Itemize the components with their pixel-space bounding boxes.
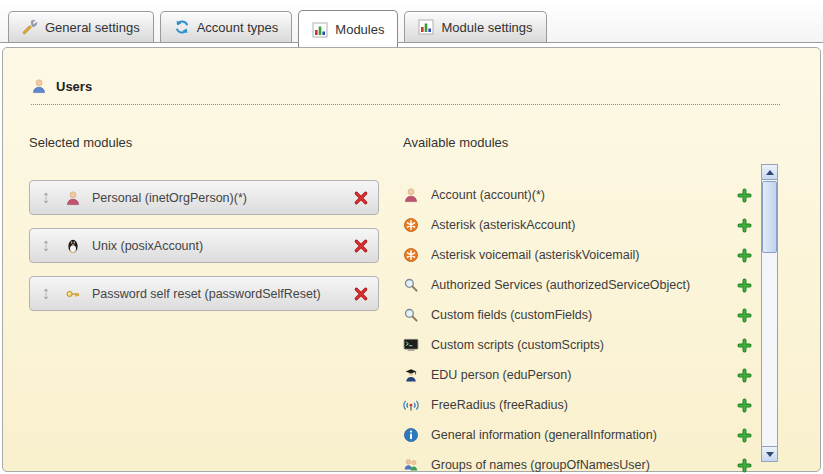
tux-icon [65,238,81,254]
add-icon[interactable] [737,218,752,233]
module-label: Password self reset (passwordSelfReset) [92,287,353,301]
account-type-header: Users [31,78,780,105]
scroll-up-button[interactable] [762,165,777,180]
module-label: Asterisk voicemail (asteriskVoicemail) [431,248,737,262]
module-label: Unix (posixAccount) [92,239,353,253]
add-icon[interactable] [737,278,752,293]
available-module-row: FreeRadius (freeRadius) [403,390,752,420]
asterisk-icon [403,247,419,263]
magnifier-icon [403,277,419,293]
arrow-up-icon [766,170,774,175]
user-blue-icon [31,78,47,94]
available-modules-list: Account (account)(*) Asterisk (asteriskA… [403,180,794,474]
add-icon[interactable] [737,368,752,383]
magnifier-icon [403,307,419,323]
antenna-icon [403,397,419,413]
asterisk-icon [403,217,419,233]
scrollbar-thumb[interactable] [762,181,777,253]
add-icon[interactable] [737,308,752,323]
available-module-row: EDU person (eduPerson) [403,360,752,390]
chart-icon [418,19,434,35]
scroll-down-button[interactable] [762,446,777,461]
available-module-row: Custom fields (customFields) [403,300,752,330]
module-label: EDU person (eduPerson) [431,368,737,382]
available-module-row: Custom scripts (customScripts) [403,330,752,360]
drag-handle-icon[interactable] [39,191,53,205]
selected-module-row[interactable]: Personal (inetOrgPerson)(*) [29,180,379,215]
module-label: Groups of names (groupOfNamesUser) [431,458,737,472]
terminal-icon [403,337,419,353]
sync-icon [174,19,190,35]
panel-content: Users Selected modules Personal (inetOrg… [3,78,820,474]
add-icon[interactable] [737,428,752,443]
scrollbar-track[interactable] [762,180,777,446]
chart-icon [312,22,328,38]
available-module-row: Account (account)(*) [403,180,752,210]
graduate-icon [403,367,419,383]
drag-handle-icon[interactable] [39,287,53,301]
module-label: Personal (inetOrgPerson)(*) [92,191,353,205]
add-icon[interactable] [737,248,752,263]
delete-icon[interactable] [353,286,369,302]
module-label: Custom scripts (customScripts) [431,338,737,352]
tab-bar: General settings Account types Modules M… [0,0,823,42]
module-label: General information (generalInformation) [431,428,737,442]
page: General settings Account types Modules M… [0,0,823,474]
tools-icon [22,19,38,35]
module-label: Asterisk (asteriskAccount) [431,218,737,232]
add-icon[interactable] [737,398,752,413]
user-red-icon [65,190,81,206]
tab-label: Module settings [441,20,532,35]
selected-modules-heading: Selected modules [29,135,379,150]
module-columns: Selected modules Personal (inetOrgPerson… [29,119,794,474]
section-title: Users [56,79,92,94]
selected-module-row[interactable]: Password self reset (passwordSelfReset) [29,276,379,311]
info-icon [403,427,419,443]
key-icon [65,286,81,302]
user-red-icon [403,187,419,203]
tab-label: Account types [197,20,279,35]
content-panel: Users Selected modules Personal (inetOrg… [2,47,821,472]
drag-handle-icon[interactable] [39,239,53,253]
scrollbar[interactable] [761,164,778,462]
module-label: Authorized Services (authorizedServiceOb… [431,278,737,292]
tab-label: Modules [335,22,384,37]
tab-label: General settings [45,20,140,35]
module-label: Custom fields (customFields) [431,308,737,322]
tab[interactable]: Account types [160,11,293,42]
selected-module-row[interactable]: Unix (posixAccount) [29,228,379,263]
add-icon[interactable] [737,458,752,473]
add-icon[interactable] [737,188,752,203]
selected-modules-column: Selected modules Personal (inetOrgPerson… [29,119,379,474]
selected-modules-list: Personal (inetOrgPerson)(*) Unix (posixA… [29,180,379,311]
add-icon[interactable] [737,338,752,353]
available-modules-column: Available modules Account (account)(*) A… [403,119,794,474]
available-module-row: Groups of names (groupOfNamesUser) [403,450,752,474]
available-module-row: General information (generalInformation) [403,420,752,450]
delete-icon[interactable] [353,238,369,254]
module-label: Account (account)(*) [431,188,737,202]
group-icon [403,457,419,473]
tab-divider [0,42,823,43]
available-module-row: Asterisk (asteriskAccount) [403,210,752,240]
delete-icon[interactable] [353,190,369,206]
available-module-row: Asterisk voicemail (asteriskVoicemail) [403,240,752,270]
tab[interactable]: Module settings [404,11,546,42]
tab[interactable]: General settings [8,11,154,42]
tab[interactable]: Modules [298,10,398,48]
module-label: FreeRadius (freeRadius) [431,398,737,412]
arrow-down-icon [766,452,774,457]
available-modules-heading: Available modules [403,135,794,150]
available-module-row: Authorized Services (authorizedServiceOb… [403,270,752,300]
